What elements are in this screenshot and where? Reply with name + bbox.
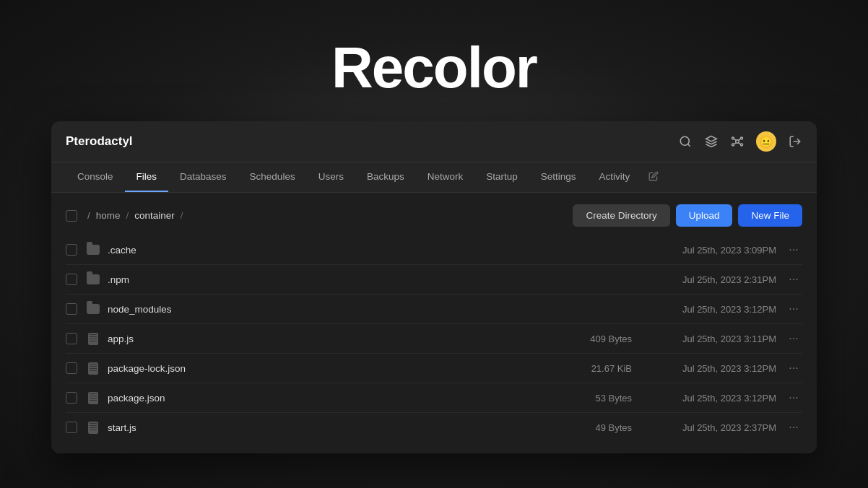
table-row: package-lock.json21.67 KiBJul 25th, 2023… [66,354,802,383]
file-checkbox[interactable] [66,244,77,256]
new-file-button[interactable]: New File [738,204,802,227]
upload-button[interactable]: Upload [676,204,733,227]
file-date: Jul 25th, 2023 3:12PM [646,393,776,404]
file-menu-button[interactable]: ··· [785,273,802,286]
breadcrumb-container: container [134,210,175,221]
file-menu-button[interactable]: ··· [785,332,802,345]
file-name[interactable]: package.json [108,393,560,404]
svg-point-6 [732,144,734,146]
main-panel: Pterodactyl 😐 Console [51,121,817,453]
file-area: / home / container / Create Directory Up… [51,193,817,453]
file-date: Jul 25th, 2023 2:31PM [646,274,776,285]
tab-databases[interactable]: Databases [168,162,238,192]
table-row: app.js409 BytesJul 25th, 2023 3:11PM··· [66,324,802,354]
table-row: node_modulesJul 25th, 2023 3:12PM··· [66,295,802,324]
file-checkbox[interactable] [66,362,77,374]
file-date: Jul 25th, 2023 3:09PM [646,245,776,256]
file-date: Jul 25th, 2023 3:12PM [646,363,776,374]
file-checkbox[interactable] [66,422,77,433]
layers-icon[interactable] [704,134,719,149]
breadcrumb-sep1: / [126,210,129,221]
svg-point-4 [732,137,734,139]
action-buttons: Create Directory Upload New File [573,204,802,227]
tab-console[interactable]: Console [66,162,125,192]
tab-users[interactable]: Users [307,162,355,192]
folder-icon [86,243,100,257]
svg-line-1 [687,144,690,146]
tab-startup[interactable]: Startup [474,162,529,192]
file-list: .cacheJul 25th, 2023 3:09PM···.npmJul 25… [66,235,802,442]
breadcrumb-sep2: / [181,210,183,221]
tab-settings[interactable]: Settings [529,162,588,192]
folder-icon [86,272,100,287]
file-menu-button[interactable]: ··· [785,362,802,375]
panel-header: Pterodactyl 😐 [51,121,817,162]
create-directory-button[interactable]: Create Directory [573,204,669,227]
user-avatar-icon[interactable]: 😐 [756,131,776,152]
svg-line-8 [734,139,737,140]
breadcrumb-home: home [96,210,121,221]
file-icon [86,391,100,405]
breadcrumb: / home / container / [66,210,183,222]
tab-backups[interactable]: Backups [355,162,416,192]
file-checkbox[interactable] [66,392,77,404]
file-name[interactable]: .cache [108,245,560,256]
panel-title: Pterodactyl [66,134,133,149]
svg-point-0 [680,136,689,145]
tab-schedules[interactable]: Schedules [238,162,307,192]
select-all-checkbox[interactable] [66,210,77,222]
file-menu-button[interactable]: ··· [785,421,802,434]
file-checkbox[interactable] [66,274,77,285]
search-icon[interactable] [678,134,693,149]
svg-line-10 [734,143,737,144]
file-checkbox[interactable] [66,303,77,315]
file-icon [86,361,100,375]
svg-marker-2 [706,136,717,142]
file-name[interactable]: node_modules [108,304,560,315]
file-date: Jul 25th, 2023 3:12PM [646,304,776,315]
table-row: .cacheJul 25th, 2023 3:09PM··· [66,235,802,265]
svg-line-9 [739,139,741,140]
file-size: 21.67 KiB [560,363,632,374]
file-size: 49 Bytes [560,422,632,433]
tab-files[interactable]: Files [125,162,169,192]
file-size: 53 Bytes [560,393,632,404]
header-icons: 😐 [678,131,802,152]
nav-tabs: Console Files Databases Schedules Users … [51,162,817,193]
svg-point-7 [741,144,743,146]
table-row: start.js49 BytesJul 25th, 2023 2:37PM··· [66,413,802,442]
file-name[interactable]: app.js [108,334,560,344]
toolbar-row: / home / container / Create Directory Up… [66,204,802,227]
file-size: 409 Bytes [560,334,632,344]
file-menu-button[interactable]: ··· [785,391,802,404]
file-name[interactable]: .npm [108,274,560,285]
file-menu-button[interactable]: ··· [785,243,802,256]
file-date: Jul 25th, 2023 3:11PM [646,334,776,344]
file-icon [86,331,100,346]
file-menu-button[interactable]: ··· [785,302,802,315]
table-row: .npmJul 25th, 2023 2:31PM··· [66,265,802,295]
tab-activity[interactable]: Activity [588,162,642,192]
table-row: package.json53 BytesJul 25th, 2023 3:12P… [66,383,802,413]
breadcrumb-sep-start: / [87,210,90,221]
svg-point-5 [741,137,743,139]
file-icon [86,420,100,435]
folder-icon [86,302,100,316]
file-checkbox[interactable] [66,333,77,344]
file-name[interactable]: package-lock.json [108,363,560,374]
brand-title: Recolor [331,35,537,101]
svg-line-11 [739,143,741,144]
file-date: Jul 25th, 2023 2:37PM [646,422,776,433]
logout-icon[interactable] [788,134,802,149]
file-name[interactable]: start.js [108,422,560,433]
tab-network[interactable]: Network [416,162,475,192]
nodes-icon[interactable] [730,134,745,149]
edit-tab-icon[interactable] [644,162,663,192]
